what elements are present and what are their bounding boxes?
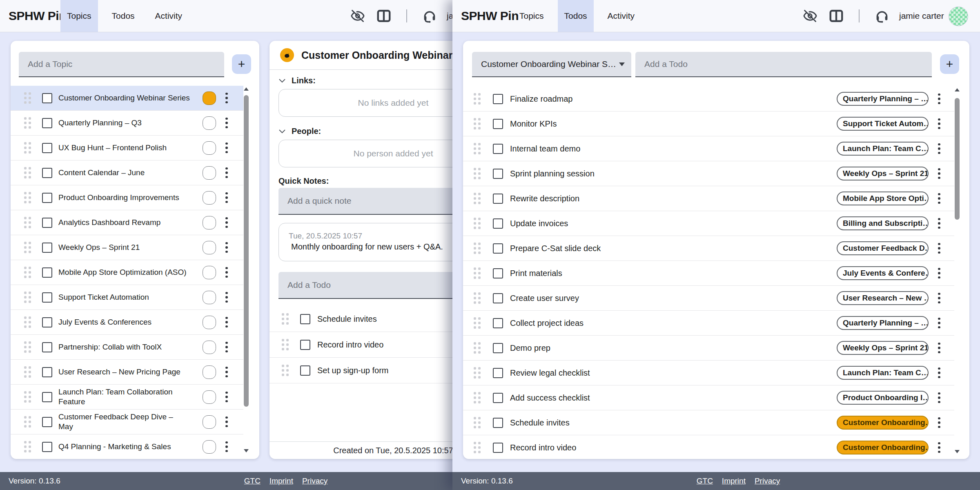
split-view-icon[interactable] (829, 0, 844, 32)
topic-color-dot[interactable] (203, 341, 216, 354)
nav-tab[interactable]: Activity (149, 0, 189, 32)
drag-handle-icon[interactable] (24, 192, 31, 203)
topic-checkbox[interactable] (42, 292, 52, 303)
topic-checkbox[interactable] (42, 218, 52, 228)
todo-checkbox[interactable] (493, 194, 503, 204)
drag-handle-icon[interactable] (474, 317, 481, 329)
drag-handle-icon[interactable] (474, 342, 481, 354)
drag-handle-icon[interactable] (24, 316, 31, 328)
topic-color-dot[interactable] (203, 266, 216, 279)
topic-row[interactable]: Q4 Planning - Marketing & Sales (11, 434, 243, 454)
drag-handle-icon[interactable] (282, 339, 289, 350)
links-section-toggle[interactable]: Links: (278, 76, 316, 85)
kebab-menu-icon[interactable] (934, 364, 944, 382)
drag-handle-icon[interactable] (282, 365, 289, 376)
drag-handle-icon[interactable] (24, 341, 31, 353)
nav-tab[interactable]: Todos (105, 0, 141, 32)
todo-checkbox[interactable] (493, 343, 503, 353)
scroll-up-icon[interactable] (954, 87, 960, 93)
todo-row[interactable]: Review legal checklist Launch Plan: Team… (463, 361, 954, 385)
topic-badge[interactable]: Billing and Subscripti… (837, 216, 929, 230)
footer-link[interactable]: Privacy (755, 472, 780, 490)
kebab-menu-icon[interactable] (934, 165, 944, 183)
drag-handle-icon[interactable] (24, 441, 31, 452)
drag-handle-icon[interactable] (24, 167, 31, 178)
drag-handle-icon[interactable] (24, 292, 31, 303)
todo-row[interactable]: Record intro video Customer Onboarding… (463, 435, 954, 455)
kebab-menu-icon[interactable] (221, 164, 232, 182)
scroll-up-icon[interactable] (243, 86, 249, 92)
topic-color-dot[interactable] (203, 91, 216, 105)
todo-row[interactable]: Create user survey User Research – New … (463, 286, 954, 311)
topic-badge[interactable]: Quarterly Planning – … (837, 92, 929, 106)
todo-checkbox[interactable] (493, 243, 503, 254)
drag-handle-icon[interactable] (474, 267, 481, 279)
kebab-menu-icon[interactable] (934, 439, 944, 455)
topic-row[interactable]: Partnership: Collab with ToolX (11, 335, 243, 360)
kebab-menu-icon[interactable] (934, 140, 944, 158)
nav-tab[interactable]: Todos (558, 0, 594, 32)
drag-handle-icon[interactable] (474, 292, 481, 304)
drag-handle-icon[interactable] (474, 93, 481, 105)
add-todo-input[interactable] (635, 52, 932, 77)
todo-checkbox[interactable] (493, 268, 503, 278)
topic-checkbox[interactable] (42, 143, 52, 153)
headset-icon[interactable] (874, 0, 890, 32)
topic-badge[interactable]: July Events & Confere… (837, 266, 929, 280)
drag-handle-icon[interactable] (24, 117, 31, 129)
kebab-menu-icon[interactable] (221, 238, 232, 256)
topic-checkbox[interactable] (42, 243, 52, 253)
footer-link[interactable]: Imprint (270, 472, 293, 490)
topic-checkbox[interactable] (42, 193, 52, 203)
drag-handle-icon[interactable] (24, 366, 31, 378)
topic-checkbox[interactable] (42, 168, 52, 178)
todo-row[interactable]: Collect project ideas Quarterly Planning… (463, 311, 954, 336)
drag-handle-icon[interactable] (24, 391, 31, 403)
kebab-menu-icon[interactable] (934, 389, 944, 407)
kebab-menu-icon[interactable] (934, 314, 944, 332)
topic-badge[interactable]: Launch Plan: Team C… (837, 142, 929, 156)
kebab-menu-icon[interactable] (934, 339, 944, 357)
topic-row[interactable]: Customer Onboarding Webinar Series (11, 86, 243, 111)
kebab-menu-icon[interactable] (934, 414, 944, 432)
drag-handle-icon[interactable] (474, 118, 481, 129)
drag-handle-icon[interactable] (474, 243, 481, 254)
todo-row[interactable]: Internal team demo Launch Plan: Team C… (463, 136, 954, 161)
topic-row[interactable]: UX Bug Hunt – Frontend Polish (11, 136, 243, 160)
footer-link[interactable]: Imprint (722, 472, 746, 490)
topic-color-dot[interactable] (203, 390, 216, 404)
topic-row[interactable]: Customer Feedback Deep Dive – May (11, 410, 243, 434)
eye-off-icon[interactable] (803, 0, 817, 32)
topic-badge[interactable]: Mobile App Store Opti… (837, 192, 929, 205)
drag-handle-icon[interactable] (24, 267, 31, 278)
topic-color-dot[interactable] (203, 116, 216, 130)
topic-badge[interactable]: User Research – New … (837, 291, 929, 305)
avatar[interactable] (949, 7, 968, 26)
nav-tab[interactable]: Activity (601, 0, 641, 32)
topic-color-dot[interactable] (203, 365, 216, 379)
kebab-menu-icon[interactable] (221, 413, 232, 431)
topic-color-dot[interactable] (203, 166, 216, 180)
scrollbar-thumb[interactable] (955, 98, 960, 220)
todo-row[interactable]: Rewrite description Mobile App Store Opt… (463, 186, 954, 211)
todo-checkbox[interactable] (300, 365, 310, 376)
drag-handle-icon[interactable] (24, 217, 31, 228)
drag-handle-icon[interactable] (24, 416, 31, 428)
topic-row[interactable]: Launch Plan: Team Collaboration Feature (11, 385, 243, 410)
todo-checkbox[interactable] (493, 418, 503, 428)
topic-row[interactable]: Product Onboarding Improvements (11, 185, 243, 210)
kebab-menu-icon[interactable] (221, 214, 232, 232)
topic-color-dot[interactable] (203, 216, 216, 229)
drag-handle-icon[interactable] (24, 142, 31, 154)
todo-row[interactable]: Demo prep Weekly Ops – Sprint 21 (463, 336, 954, 361)
drag-handle-icon[interactable] (474, 193, 481, 204)
kebab-menu-icon[interactable] (221, 189, 232, 207)
topic-row[interactable]: User Research – New Pricing Page (11, 360, 243, 385)
add-topic-input[interactable] (19, 52, 224, 77)
topic-color-dot[interactable] (203, 440, 216, 454)
topic-checkbox[interactable] (42, 93, 52, 103)
topic-row[interactable]: Content Calendar – June (11, 160, 243, 185)
drag-handle-icon[interactable] (474, 442, 481, 453)
topic-checkbox[interactable] (42, 442, 52, 452)
drag-handle-icon[interactable] (474, 168, 481, 179)
